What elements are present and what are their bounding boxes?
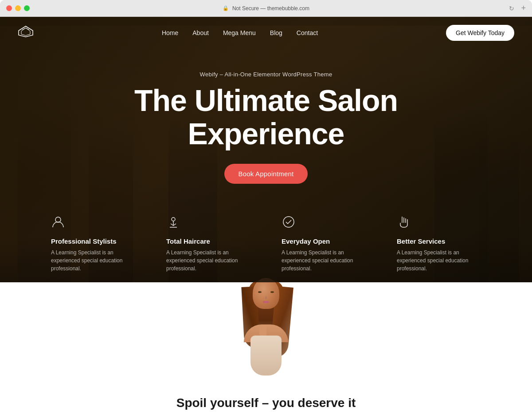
traffic-lights [6,5,30,11]
reload-button[interactable]: ↻ [509,5,514,12]
hero-title-line2: Experience [188,117,344,150]
svg-point-4 [55,217,61,222]
white-section: Spoil yourself – you deserve it [0,282,532,419]
maximize-button[interactable] [24,5,30,11]
features-row: Professional Stylists A Learning Special… [0,197,532,282]
nav-about[interactable]: About [192,29,209,36]
feature-title-1: Total Haircare [166,237,250,245]
hero-section: Home About Mega Menu Blog Contact Get We… [0,17,532,282]
hero-title: The Ultimate Salon Experience [0,84,532,150]
feature-desc-2: A Learning Specialist is an experienced … [282,249,366,273]
feature-icon-3 [397,215,481,232]
feature-icon-2 [282,215,366,232]
feature-desc-0: A Learning Specialist is an experienced … [51,249,135,273]
minimize-button[interactable] [15,5,21,11]
feature-item-1: Total Haircare A Learning Specialist is … [166,215,250,273]
model-head [253,278,279,309]
feature-item-3: Better Services A Learning Specialist is… [397,215,481,273]
nav-links: Home About Mega Menu Blog Contact [162,29,318,37]
browser-chrome: 🔒 Not Secure — themebubble.com ↻ + [0,0,532,17]
model-image [231,278,301,376]
address-bar: 🔒 Not Secure — themebubble.com [5,5,527,12]
navbar: Home About Mega Menu Blog Contact Get We… [0,17,532,49]
section-heading: Spoil yourself – you deserve it [176,396,356,410]
hero-title-line1: The Ultimate Salon [134,83,398,117]
svg-point-6 [283,217,294,227]
book-appointment-button[interactable]: Book Appointment [224,164,308,184]
hero-subtitle: Webify – All-in-One Elementor WordPress … [0,71,532,78]
svg-point-5 [172,217,175,221]
nav-blog[interactable]: Blog [270,29,282,36]
feature-item-0: Professional Stylists A Learning Special… [51,215,135,273]
feature-icon-0 [51,215,135,232]
lock-icon: 🔒 [223,5,229,11]
feature-desc-1: A Learning Specialist is an experienced … [166,249,250,273]
feature-icon-1 [166,215,250,232]
feature-title-2: Everyday Open [282,237,366,245]
nav-mega-menu[interactable]: Mega Menu [223,29,256,36]
feature-title-3: Better Services [397,237,481,245]
url-text[interactable]: Not Secure — themebubble.com [232,5,309,12]
nav-home[interactable]: Home [162,29,178,36]
get-webify-button[interactable]: Get Webify Today [446,25,514,41]
logo[interactable] [18,25,34,40]
model-body [250,336,282,376]
feature-desc-3: A Learning Specialist is an experienced … [397,249,481,273]
svg-marker-1 [21,28,30,36]
hero-content: Webify – All-in-One Elementor WordPress … [0,49,532,184]
feature-title-0: Professional Stylists [51,237,135,245]
nav-contact[interactable]: Contact [297,29,318,36]
close-button[interactable] [6,5,12,11]
new-tab-button[interactable]: + [521,4,526,13]
feature-item-2: Everyday Open A Learning Specialist is a… [282,215,366,273]
logo-icon [18,25,34,38]
